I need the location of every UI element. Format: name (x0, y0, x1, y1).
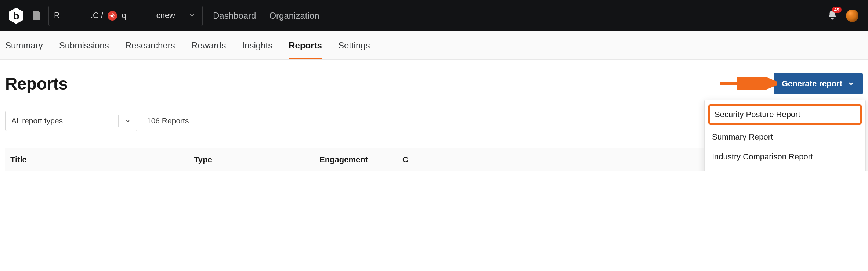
top-header: b R.C / qcnew Dashboard Organization 49 (0, 0, 868, 31)
chevron-down-icon (847, 80, 855, 87)
svg-text:b: b (13, 10, 19, 22)
column-header-c[interactable]: C (402, 155, 408, 165)
tab-summary[interactable]: Summary (5, 32, 43, 59)
generate-report-button[interactable]: Generate report (774, 73, 863, 94)
chevron-down-icon (124, 118, 131, 124)
brand-logo[interactable]: b (7, 7, 25, 25)
select-divider (118, 115, 119, 127)
annotation-arrow-icon (718, 77, 777, 90)
tab-settings[interactable]: Settings (338, 32, 370, 59)
report-type-select-value: All report types (11, 116, 63, 125)
page-title: Reports (5, 74, 68, 94)
tab-researchers[interactable]: Researchers (125, 32, 175, 59)
dropdown-item-summary-report[interactable]: Summary Report (705, 127, 865, 147)
reports-count: 106 Reports (147, 116, 189, 125)
header-right: 49 (827, 10, 861, 22)
column-header-title[interactable]: Title (10, 155, 194, 165)
tab-insights[interactable]: Insights (242, 32, 273, 59)
sub-nav: Summary Submissions Researchers Rewards … (0, 31, 868, 60)
top-nav: Dashboard Organization (213, 11, 319, 21)
column-header-engagement[interactable]: Engagement (319, 155, 402, 165)
generate-report-label: Generate report (782, 79, 842, 88)
generate-report-dropdown: Security Posture Report Summary Report I… (704, 100, 866, 171)
nav-organization[interactable]: Organization (269, 11, 319, 21)
chevron-down-icon[interactable] (187, 10, 197, 22)
dropdown-item-health-spend[interactable]: Health and Spend Report (705, 167, 865, 171)
nav-dashboard[interactable]: Dashboard (213, 11, 256, 21)
bug-icon (108, 11, 117, 21)
column-header-type[interactable]: Type (194, 155, 319, 165)
tab-reports[interactable]: Reports (289, 32, 322, 59)
main-content: Reports Generate report Security Posture… (0, 60, 868, 171)
document-icon[interactable] (32, 9, 42, 22)
svg-point-2 (111, 15, 114, 17)
notifications-button[interactable]: 49 (827, 10, 838, 22)
tab-rewards[interactable]: Rewards (191, 32, 226, 59)
breadcrumb-text: R.C / qcnew (54, 11, 175, 21)
dropdown-item-industry-comparison[interactable]: Industry Comparison Report (705, 147, 865, 167)
tab-submissions[interactable]: Submissions (59, 32, 109, 59)
bugcrowd-logo-icon: b (7, 7, 25, 25)
dropdown-item-security-posture[interactable]: Security Posture Report (708, 104, 862, 125)
breadcrumb[interactable]: R.C / qcnew (48, 6, 203, 26)
report-type-select[interactable]: All report types (5, 111, 137, 131)
notification-count-badge: 49 (832, 7, 842, 13)
breadcrumb-divider (181, 10, 181, 22)
avatar[interactable] (846, 10, 858, 22)
